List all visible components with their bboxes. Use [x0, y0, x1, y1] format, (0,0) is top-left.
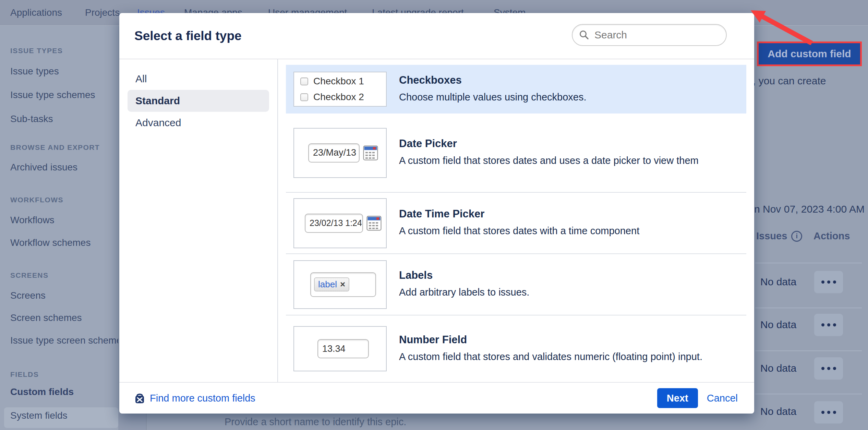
row-description: Choose multiple values using checkboxes. [399, 89, 586, 105]
sidebar-item-sub-tasks[interactable]: Sub-tasks [10, 114, 53, 124]
table-divider [755, 350, 862, 351]
marketplace-icon [134, 392, 145, 404]
row-title: Labels [399, 269, 529, 282]
nav-item-applications[interactable]: Applications [10, 7, 62, 18]
table-row-no-data: No data [760, 276, 796, 288]
issues-column-header: Issues i [756, 230, 802, 242]
timestamp-text: n Nov 07, 2023 4:00 AM [754, 203, 861, 215]
search-icon [579, 29, 590, 40]
table-row-no-data: No data [760, 406, 796, 417]
sidebar-item-workflows[interactable]: Workflows [10, 215, 55, 226]
sidebar-item-issue-type-schemes[interactable]: Issue type schemes [10, 89, 95, 100]
field-type-list: Checkbox 1 Checkbox 2 Checkboxes Choose … [278, 59, 754, 382]
field-type-row-checkboxes[interactable]: Checkbox 1 Checkbox 2 Checkboxes Choose … [286, 65, 746, 114]
date-input-preview: 23/May/13 [308, 143, 360, 163]
sidebar-item-issue-type-screen-schemes[interactable]: Issue type screen schemes [10, 335, 118, 346]
table-divider [755, 308, 862, 308]
ellipsis-icon [821, 323, 824, 326]
actions-column-header: Actions [813, 230, 850, 242]
sidebar-item-custom-fields[interactable]: Custom fields [10, 386, 74, 397]
more-actions-button[interactable] [814, 314, 843, 336]
sidebar-section-workflows: WORKFLOWS [10, 196, 63, 204]
table-row-no-data: No data [760, 319, 796, 331]
table-row-no-data: No data [760, 362, 796, 374]
row-description: Add arbitrary labels to issues. [399, 285, 529, 300]
remove-label-icon: × [340, 279, 345, 290]
labels-input-preview: label × [310, 272, 376, 297]
tab-advanced[interactable]: Advanced [119, 112, 277, 134]
calendar-icon [363, 145, 378, 160]
date-time-picker-preview: 23/02/13 1:24 [293, 198, 387, 248]
ellipsis-icon [821, 367, 824, 370]
more-actions-button[interactable] [814, 271, 843, 293]
table-divider [755, 394, 862, 394]
more-actions-button[interactable] [814, 401, 843, 423]
tab-all[interactable]: All [119, 68, 277, 90]
checkboxes-preview: Checkbox 1 Checkbox 2 [293, 72, 387, 107]
checkbox-label: Checkbox 2 [313, 92, 364, 103]
field-type-row-date-picker[interactable]: 23/May/13 Date Picker A custom field tha… [286, 114, 746, 193]
background-panel-edge [118, 414, 147, 430]
label-chip-text: label [318, 279, 337, 290]
ellipsis-icon [821, 280, 824, 284]
row-description: A custom field that stores and validates… [399, 349, 702, 364]
field-type-tabs: All Standard Advanced [119, 59, 278, 382]
row-title: Date Picker [399, 138, 699, 150]
add-custom-field-button[interactable]: Add custom field [768, 48, 851, 60]
find-more-custom-fields-link[interactable]: Find more custom fields [134, 392, 255, 404]
add-custom-field-highlight: Add custom field [757, 41, 862, 66]
dialog-body: All Standard Advanced Checkbox 1 Checkbo… [119, 59, 754, 382]
partial-sentence: , you can create [754, 75, 826, 87]
find-more-label: Find more custom fields [150, 393, 255, 404]
dialog-title: Select a field type [134, 29, 242, 43]
label-chip: label × [314, 277, 349, 291]
labels-preview: label × [293, 260, 387, 309]
sidebar-section-screens: SCREENS [10, 271, 48, 279]
more-actions-button[interactable] [814, 357, 843, 380]
calendar-icon [366, 216, 382, 231]
tab-standard[interactable]: Standard [128, 90, 269, 112]
epic-name-hint-text: Provide a short name to identify this ep… [225, 416, 406, 428]
info-icon[interactable]: i [791, 231, 802, 242]
sidebar-item-archived-issues[interactable]: Archived issues [10, 162, 77, 173]
table-divider [755, 263, 862, 263]
dialog-footer: Find more custom fields Next Cancel [119, 382, 754, 414]
actions-header-label: Actions [813, 230, 850, 242]
datetime-input-preview: 23/02/13 1:24 [305, 214, 363, 233]
row-description: A custom field that stores dates and use… [399, 153, 699, 168]
number-field-preview: 13.34 [293, 326, 387, 371]
sidebar-section-fields: FIELDS [10, 370, 39, 379]
sidebar-section-browse-export: BROWSE AND EXPORT [10, 143, 100, 152]
sidebar-item-system-fields[interactable]: System fields [10, 410, 68, 421]
checkbox-icon [300, 77, 308, 85]
sidebar-item-workflow-schemes[interactable]: Workflow schemes [10, 237, 91, 248]
sidebar-section-issue-types: ISSUE TYPES [10, 47, 63, 55]
field-type-row-number-field[interactable]: 13.34 Number Field A custom field that s… [286, 315, 746, 382]
sidebar-item-issue-types[interactable]: Issue types [10, 66, 59, 77]
issues-header-label: Issues [756, 230, 787, 242]
nav-item-projects[interactable]: Projects [85, 7, 120, 18]
row-description: A custom field that stores dates with a … [399, 223, 639, 238]
field-type-row-labels[interactable]: label × Labels Add arbitrary labels to i… [286, 254, 746, 315]
sidebar-item-screen-schemes[interactable]: Screen schemes [10, 312, 82, 323]
sidebar-item-screens[interactable]: Screens [10, 290, 46, 301]
checkbox-icon [300, 93, 308, 101]
select-field-type-dialog: Select a field type All Standard Advance… [119, 13, 754, 414]
date-picker-preview: 23/May/13 [293, 128, 387, 178]
row-title: Date Time Picker [399, 208, 639, 220]
row-title: Number Field [399, 334, 702, 346]
search-field [572, 24, 727, 46]
background-content-right: Add custom field , you can create n Nov … [754, 0, 868, 430]
number-input-preview: 13.34 [317, 339, 369, 358]
dialog-header: Select a field type [119, 13, 754, 59]
background-content-bottom: Provide a short name to identify this ep… [118, 414, 754, 430]
settings-sidebar: ISSUE TYPES Issue types Issue type schem… [0, 26, 118, 430]
search-input[interactable] [594, 29, 720, 41]
row-title: Checkboxes [399, 74, 586, 86]
ellipsis-icon [821, 411, 824, 414]
next-button[interactable]: Next [657, 388, 698, 408]
app-screenshot: Applications Projects Issues Manage apps… [0, 0, 868, 430]
field-type-row-date-time-picker[interactable]: 23/02/13 1:24 Date Time Picker A custom … [286, 193, 746, 254]
cancel-button[interactable]: Cancel [707, 393, 738, 404]
checkbox-label: Checkbox 1 [313, 76, 364, 87]
